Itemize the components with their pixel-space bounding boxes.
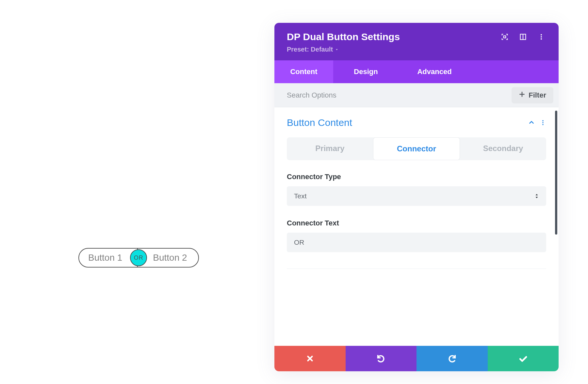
connector-text-label: Connector Text: [287, 219, 546, 227]
undo-button[interactable]: [346, 346, 417, 371]
panel-footer: [274, 346, 559, 371]
panel-header: DP Dual Button Settings: [274, 23, 559, 60]
cancel-button[interactable]: [274, 346, 346, 371]
columns-icon[interactable]: [519, 33, 527, 40]
settings-panel: DP Dual Button Settings: [274, 23, 559, 371]
preset-label: Preset: Default: [287, 46, 333, 53]
kebab-menu-icon[interactable]: [540, 117, 546, 128]
dual-button: Button 1 Button 2 OR: [78, 248, 199, 268]
caret-down-icon: [335, 46, 339, 53]
redo-icon: [448, 354, 457, 363]
main-tabs: Content Design Advanced: [274, 60, 559, 83]
subtab-secondary[interactable]: Secondary: [460, 137, 546, 160]
connector-type-value: Text: [294, 192, 534, 200]
undo-icon: [376, 354, 385, 363]
chevron-up-icon[interactable]: [528, 117, 535, 128]
section-divider: [287, 269, 546, 269]
subtab-primary[interactable]: Primary: [287, 137, 373, 160]
search-input[interactable]: [287, 91, 512, 100]
connector-type-select[interactable]: Text: [287, 186, 546, 206]
svg-point-2: [541, 34, 542, 35]
tab-design[interactable]: Design: [333, 60, 399, 83]
svg-point-7: [542, 124, 544, 125]
svg-point-3: [541, 36, 542, 38]
filter-button[interactable]: Filter: [512, 87, 553, 103]
filter-label: Filter: [529, 91, 546, 100]
section-title: Button Content: [287, 117, 528, 128]
kebab-menu-icon[interactable]: [538, 33, 545, 40]
content-subtabs: Primary Connector Secondary: [287, 137, 546, 160]
expand-icon[interactable]: [501, 33, 508, 40]
save-button[interactable]: [488, 346, 559, 371]
svg-point-5: [542, 120, 544, 121]
preset-selector[interactable]: Preset: Default: [287, 46, 547, 53]
connector-badge: OR: [130, 249, 147, 266]
svg-rect-0: [504, 36, 506, 38]
panel-body: Button Content Primary Co: [274, 107, 559, 346]
close-icon: [306, 354, 314, 363]
primary-button[interactable]: Button 1: [78, 248, 138, 268]
connector-text-input[interactable]: [287, 233, 546, 252]
dual-button-preview: Button 1 Button 2 OR: [78, 248, 199, 268]
search-row: Filter: [274, 83, 559, 107]
tab-content[interactable]: Content: [274, 60, 333, 83]
section-header[interactable]: Button Content: [287, 117, 546, 128]
connector-type-label: Connector Type: [287, 173, 546, 181]
redo-button[interactable]: [416, 346, 488, 371]
check-icon: [518, 354, 528, 363]
scrollbar-thumb[interactable]: [555, 111, 557, 235]
svg-point-4: [541, 38, 542, 39]
svg-point-6: [542, 122, 544, 123]
tab-advanced[interactable]: Advanced: [399, 60, 470, 83]
plus-icon: [519, 91, 525, 100]
select-caret-icon: [534, 193, 539, 199]
subtab-connector[interactable]: Connector: [373, 137, 460, 160]
panel-title: DP Dual Button Settings: [287, 31, 501, 42]
